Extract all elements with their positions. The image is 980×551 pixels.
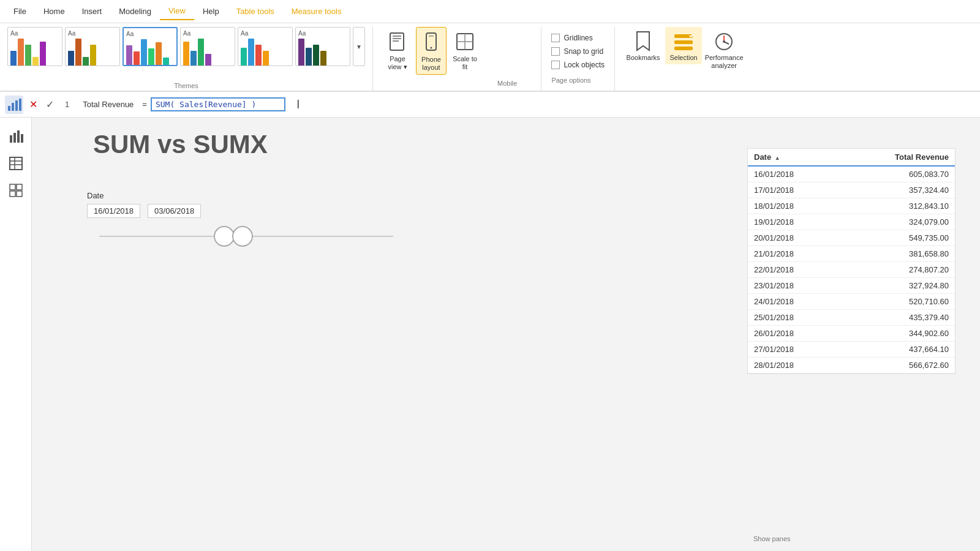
table-row[interactable]: 24/01/2018 520,710.60 [748,294,955,310]
selection-button[interactable]: Selection [665,27,702,64]
slicer-slider[interactable] [87,224,405,249]
cell-date-1: 17/01/2018 [748,182,839,198]
cell-date-4: 20/01/2018 [748,230,839,246]
phone-layout-label: Phone layout [419,56,443,72]
theme-swatch-2[interactable]: Aa [65,27,120,66]
sidebar-chart-icon[interactable] [4,125,28,148]
performance-analyzer-button[interactable]: Performanceanalyzer [706,27,742,72]
formula-cancel[interactable]: ✕ [27,99,40,110]
main-content: SUM vs SUMX Date 16/01/2018 03/06/2018 [0,118,980,551]
view-section: Pageview ▾ Phone layout Scal [373,27,541,91]
cell-date-9: 25/01/2018 [748,310,839,326]
cell-date-5: 21/01/2018 [748,246,839,262]
themes-dropdown[interactable]: ▼ [353,27,365,66]
theme-swatch-3[interactable]: Aa [123,27,178,66]
bookmarks-button[interactable]: Bookmarks [625,27,662,64]
table-row[interactable]: 17/01/2018 357,324.40 [748,182,955,198]
menu-insert[interactable]: Insert [74,3,111,20]
theme-swatch-1[interactable]: Aa [7,27,62,66]
col-date[interactable]: Date ▲ [748,149,839,166]
performance-analyzer-label: Performanceanalyzer [705,54,744,70]
svg-rect-27 [10,184,15,190]
table-row[interactable]: 23/01/2018 327,924.80 [748,278,955,294]
page-view-button[interactable]: Pageview ▾ [383,27,412,73]
theme-label-1: Aa [10,30,59,37]
view-section-label: Mobile [483,80,531,91]
menu-table-tools[interactable]: Table tools [228,3,283,20]
col-revenue[interactable]: Total Revenue [839,149,955,166]
table-row[interactable]: 27/01/2018 437,664.10 [748,342,955,358]
snap-to-grid-checkbox[interactable]: Snap to grid [551,47,605,56]
table-row[interactable]: 22/01/2018 274,807.20 [748,262,955,278]
table-row[interactable]: 28/01/2018 566,672.60 [748,358,955,373]
slicer-date-from[interactable]: 16/01/2018 [87,204,140,218]
snap-to-grid-check-box[interactable] [551,47,560,56]
visual-type-icon [5,96,23,114]
cell-revenue-8: 520,710.60 [839,294,955,310]
ribbon: Aa Aa A [0,23,980,92]
table-row[interactable]: 16/01/2018 605,083.70 [748,166,955,182]
svg-rect-12 [674,47,693,50]
menu-file[interactable]: File [5,3,35,20]
menu-measure-tools[interactable]: Measure tools [283,3,350,20]
svg-rect-3 [393,40,399,42]
theme-label-5: Aa [241,30,290,37]
scale-to-fit-icon [453,29,477,54]
scale-to-fit-button[interactable]: Scale to fit [450,27,480,73]
theme-bars-4 [183,39,232,66]
slider-handle-left[interactable] [214,226,235,247]
col-revenue-label: Total Revenue [895,152,949,162]
lock-objects-check-box[interactable] [551,61,560,69]
svg-rect-20 [13,133,16,143]
ribbon-themes-section: Aa Aa A [0,27,373,91]
formula-number: 1 [60,100,74,109]
cell-revenue-3: 324,079.00 [839,214,955,230]
selection-icon [673,29,695,54]
show-panes-section: Bookmarks Selection [615,27,752,91]
menu-view[interactable]: View [160,2,194,20]
menu-home[interactable]: Home [35,3,74,20]
page-view-icon [385,29,410,54]
table-row[interactable]: 19/01/2018 324,079.00 [748,214,955,230]
table-row[interactable]: 26/01/2018 344,902.60 [748,326,955,342]
svg-rect-18 [19,99,21,111]
gridlines-check-box[interactable] [551,34,560,42]
table-row[interactable]: 20/01/2018 549,735.00 [748,230,955,246]
formula-confirm[interactable]: ✓ [43,99,56,110]
slider-handle-right[interactable] [232,226,253,247]
table-row[interactable]: 21/01/2018 381,658.80 [748,246,955,262]
slicer-date-to[interactable]: 03/06/2018 [148,204,201,218]
cell-revenue-2: 312,843.10 [839,198,955,214]
theme-swatch-6[interactable]: Aa [295,27,350,66]
table-row[interactable]: 25/01/2018 435,379.40 [748,310,955,326]
svg-rect-1 [393,36,401,37]
page-options-label: Page options [551,77,605,84]
slicer-label: Date [87,191,405,200]
menu-help[interactable]: Help [194,3,228,20]
svg-rect-23 [10,157,22,170]
sidebar-matrix-icon[interactable] [4,179,28,202]
scale-to-fit-label: Scale to fit [453,55,477,71]
cell-revenue-4: 549,735.00 [839,230,955,246]
theme-swatch-5[interactable]: Aa [238,27,293,66]
sidebar-table-icon[interactable] [4,152,28,175]
lock-objects-checkbox[interactable]: Lock objects [551,61,605,69]
cell-date-2: 18/01/2018 [748,198,839,214]
date-slicer: Date 16/01/2018 03/06/2018 [87,191,405,249]
svg-rect-2 [393,38,401,39]
cell-revenue-0: 605,083.70 [839,166,955,182]
menu-modeling[interactable]: Modeling [110,3,160,20]
options-section: Gridlines Snap to grid Lock objects Page… [541,27,615,91]
col-date-label: Date [754,152,771,162]
cell-date-3: 19/01/2018 [748,214,839,230]
cell-revenue-11: 437,664.10 [839,342,955,358]
bookmarks-icon [632,29,654,54]
formula-equals: = [142,100,147,109]
gridlines-checkbox[interactable]: Gridlines [551,34,605,42]
theme-swatch-4[interactable]: Aa [180,27,235,66]
table-row[interactable]: 18/01/2018 312,843.10 [748,198,955,214]
formula-input[interactable]: SUM( Sales[Revenue] ) [151,97,285,111]
phone-layout-button[interactable]: Phone layout [416,27,447,75]
text-cursor: I [296,97,300,111]
slider-handles [214,226,253,247]
